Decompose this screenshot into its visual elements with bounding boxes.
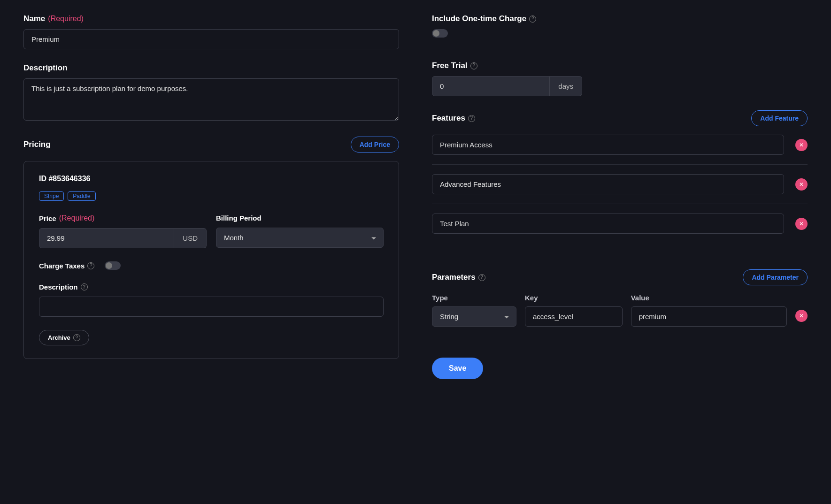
price-id: ID #853646336 — [39, 175, 384, 183]
price-desc-label: Description ? — [39, 283, 384, 291]
close-icon: ✕ — [799, 142, 804, 148]
tag-stripe: Stripe — [39, 191, 64, 201]
free-trial-unit: days — [550, 76, 582, 96]
delete-feature-button[interactable]: ✕ — [795, 139, 808, 151]
name-required: (Required) — [48, 15, 84, 23]
onetime-charge-label: Include One-time Charge ? — [432, 14, 808, 23]
help-icon[interactable]: ? — [529, 15, 536, 23]
price-required: (Required) — [59, 214, 95, 222]
onetime-charge-toggle[interactable] — [432, 29, 448, 38]
close-icon: ✕ — [799, 182, 804, 187]
delete-parameter-button[interactable]: ✕ — [795, 310, 808, 322]
charge-taxes-label: Charge Taxes ? — [39, 262, 94, 270]
feature-input[interactable] — [432, 174, 784, 194]
param-type-select[interactable]: String — [432, 306, 516, 327]
description-textarea[interactable]: This is just a subscription plan for dem… — [23, 78, 399, 121]
delete-feature-button[interactable]: ✕ — [795, 178, 808, 191]
delete-feature-button[interactable]: ✕ — [795, 218, 808, 230]
param-value-label: Value — [631, 294, 787, 302]
close-icon: ✕ — [799, 313, 804, 319]
description-label: Description — [23, 63, 399, 73]
help-icon[interactable]: ? — [468, 115, 475, 122]
help-icon[interactable]: ? — [470, 62, 477, 69]
param-type-label: Type — [432, 294, 516, 302]
parameters-title: Parameters ? — [432, 273, 485, 282]
add-parameter-button[interactable]: Add Parameter — [743, 269, 808, 285]
price-input[interactable] — [39, 228, 174, 248]
price-label: Price (Required) — [39, 214, 207, 222]
archive-button[interactable]: Archive ? — [39, 330, 89, 345]
price-card: ID #853646336 Stripe Paddle Price (Requi… — [23, 161, 399, 359]
save-button[interactable]: Save — [432, 358, 483, 379]
name-input[interactable] — [23, 29, 399, 49]
help-icon[interactable]: ? — [478, 274, 485, 281]
features-title: Features ? — [432, 114, 475, 123]
billing-period-select[interactable]: Month — [216, 228, 384, 248]
help-icon: ? — [73, 334, 80, 341]
param-value-input[interactable] — [631, 306, 787, 327]
close-icon: ✕ — [799, 221, 804, 227]
help-icon[interactable]: ? — [87, 262, 94, 269]
param-key-label: Key — [525, 294, 623, 302]
feature-input[interactable] — [432, 214, 784, 234]
charge-taxes-toggle[interactable] — [105, 261, 121, 270]
tag-paddle: Paddle — [68, 191, 95, 201]
add-feature-button[interactable]: Add Feature — [751, 110, 808, 126]
free-trial-label: Free Trial ? — [432, 61, 808, 70]
param-key-input[interactable] — [525, 306, 623, 327]
pricing-title: Pricing — [23, 140, 51, 149]
add-price-button[interactable]: Add Price — [351, 137, 399, 153]
price-desc-input[interactable] — [39, 297, 384, 317]
currency-label: USD — [174, 228, 207, 248]
free-trial-input[interactable] — [432, 76, 550, 96]
feature-input[interactable] — [432, 135, 784, 155]
name-label: Name (Required) — [23, 14, 399, 23]
help-icon[interactable]: ? — [81, 283, 88, 290]
billing-period-label: Billing Period — [216, 214, 384, 222]
